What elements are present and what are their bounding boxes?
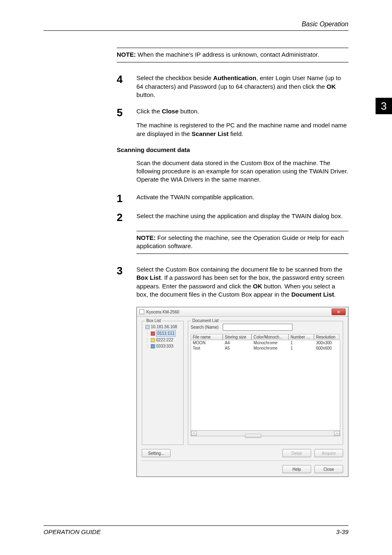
step-5-l1-bold: Close: [162, 108, 179, 115]
table-row[interactable]: Test A5 Monochrome 1 600x600: [191, 345, 340, 351]
step-b2: 2 Select the machine using the applicati…: [117, 212, 348, 223]
app-icon: [139, 309, 144, 314]
footer-rule: [44, 525, 348, 526]
scroll-right-button[interactable]: ›: [334, 431, 340, 436]
step-5: 5 Click the Close button. The machine is…: [117, 107, 348, 138]
note2-text: For selecting the machine, see the Opera…: [136, 234, 344, 249]
note-block-2: NOTE: For selecting the machine, see the…: [136, 231, 348, 254]
search-input[interactable]: [223, 324, 293, 331]
box-list-legend: Box List: [145, 318, 162, 323]
cell-numberof: 1: [289, 345, 314, 351]
search-label: Search (Name): [191, 325, 219, 329]
step-4-text-a: Select the checkbox beside: [136, 74, 213, 81]
folder-icon: [151, 338, 155, 342]
twain-dialog: Kyocera KM-2560 ✕ Box List 10.181.56.108: [136, 307, 348, 477]
step-4-number: 4: [117, 74, 128, 99]
step-4-bold-b: OK: [327, 83, 336, 90]
tree-root-label: 10.181.56.108: [151, 324, 177, 330]
folder-icon: [151, 332, 155, 336]
scroll-left-button[interactable]: ‹: [191, 431, 197, 436]
step-5-l1-b: button.: [179, 108, 199, 115]
table-row[interactable]: MOON A4 Monochrome 1 300x300: [191, 340, 340, 345]
chapter-tab: 3: [376, 98, 392, 114]
dialog-separator: [142, 461, 343, 461]
folder-icon: [151, 344, 155, 348]
step-b3-b3: Document List: [291, 291, 334, 298]
step-5-l2-b: field.: [228, 130, 243, 137]
column-resolution[interactable]: Resolution: [314, 334, 339, 340]
step-5-l2-bold: Scanner List: [191, 130, 228, 137]
section-heading: Scanning document data: [117, 146, 348, 153]
dialog-title: Kyocera KM-2560: [146, 310, 179, 314]
help-button[interactable]: Help: [282, 465, 311, 473]
step-5-number: 5: [117, 107, 128, 138]
tree-node-2[interactable]: ⋮ 0222:222: [145, 337, 181, 343]
close-button[interactable]: Close: [314, 465, 343, 473]
tree-branch-icon: ⋮: [145, 330, 150, 336]
tree-node-3[interactable]: ⋮ 0333:333: [145, 343, 181, 349]
document-list-panel: Document List Search (Name) File name St…: [188, 321, 343, 445]
cell-storingsize: A5: [223, 345, 252, 351]
cell-filename: Test: [191, 345, 223, 351]
step-4: 4 Select the checkbox beside Authenticat…: [117, 74, 348, 99]
tree-node-1[interactable]: ⋮ 0111:111: [145, 330, 181, 337]
tree-node-3-label: 0333:333: [156, 343, 173, 349]
cell-numberof: 1: [289, 340, 314, 345]
step-4-text-c: button.: [136, 91, 155, 98]
acquire-button[interactable]: Acquire: [314, 449, 343, 457]
tree-root[interactable]: 10.181.56.108: [145, 324, 181, 330]
cell-colormono: Monochrome: [252, 340, 289, 345]
computer-icon: [145, 325, 150, 329]
detail-button[interactable]: Detail: [282, 449, 311, 457]
tree-node-1-label: 0111:111: [156, 330, 176, 337]
horizontal-scrollbar[interactable]: ‹ ›: [191, 431, 340, 436]
cell-colormono: Monochrome: [252, 345, 289, 351]
setting-button[interactable]: Setting...: [142, 449, 171, 457]
note2-label: NOTE:: [136, 234, 156, 241]
column-colormono[interactable]: Color/Monoch...: [251, 334, 288, 340]
header-rule: [44, 30, 348, 31]
step-b3: 3 Select the Custom Box containing the d…: [117, 265, 348, 299]
tree-branch-icon: ⋮: [145, 343, 150, 349]
step-b3-a: Select the Custom Box containing the doc…: [136, 266, 342, 273]
footer-page-number: 3-39: [336, 528, 348, 535]
cell-storingsize: A4: [223, 340, 252, 345]
box-tree[interactable]: 10.181.56.108 ⋮ 0111:111 ⋮: [145, 324, 181, 349]
box-list-panel: Box List 10.181.56.108 ⋮ 0111:111: [142, 321, 184, 445]
cell-resolution: 600x600: [314, 345, 340, 351]
cell-resolution: 300x300: [314, 340, 340, 345]
step-b1-number: 1: [117, 193, 128, 204]
column-filename[interactable]: File name: [191, 334, 223, 340]
step-b3-b2: OK: [253, 283, 263, 290]
document-table-header[interactable]: File name Storing size Color/Monoch... N…: [191, 334, 340, 340]
column-numberof[interactable]: Number of...: [288, 334, 314, 340]
note-text: When the machine's IP address is unknown…: [136, 51, 319, 58]
step-b1-text: Activate the TWAIN compatible applicatio…: [136, 193, 348, 201]
step-b2-number: 2: [117, 212, 128, 223]
document-table-body[interactable]: MOON A4 Monochrome 1 300x300 Test A5 Mon: [191, 340, 340, 431]
tree-branch-icon: ⋮: [145, 337, 150, 343]
document-list-legend: Document List: [191, 318, 220, 323]
column-storingsize[interactable]: Storing size: [223, 334, 251, 340]
tree-node-2-label: 0222:222: [156, 337, 173, 343]
footer-left: OPERATION GUIDE: [44, 528, 101, 535]
note-block-1: NOTE: When the machine's IP address is u…: [117, 48, 348, 62]
step-b2-text: Select the machine using the application…: [136, 212, 348, 220]
dialog-titlebar[interactable]: Kyocera KM-2560 ✕: [137, 307, 348, 317]
scroll-thumb[interactable]: [245, 434, 261, 438]
step-4-bold-a: Authentication: [213, 74, 256, 81]
page-header-section: Basic Operation: [44, 21, 348, 28]
step-5-l1-a: Click the: [136, 108, 162, 115]
window-close-button[interactable]: ✕: [332, 309, 346, 315]
note-label: NOTE:: [117, 51, 136, 58]
step-b1: 1 Activate the TWAIN compatible applicat…: [117, 193, 348, 204]
step-b3-number: 3: [117, 265, 128, 299]
cell-filename: MOON: [191, 340, 223, 345]
step-b3-e: .: [334, 291, 336, 298]
section-intro: Scan the document data stored in the Cus…: [136, 159, 348, 184]
step-b3-b1: Box List: [136, 274, 161, 281]
